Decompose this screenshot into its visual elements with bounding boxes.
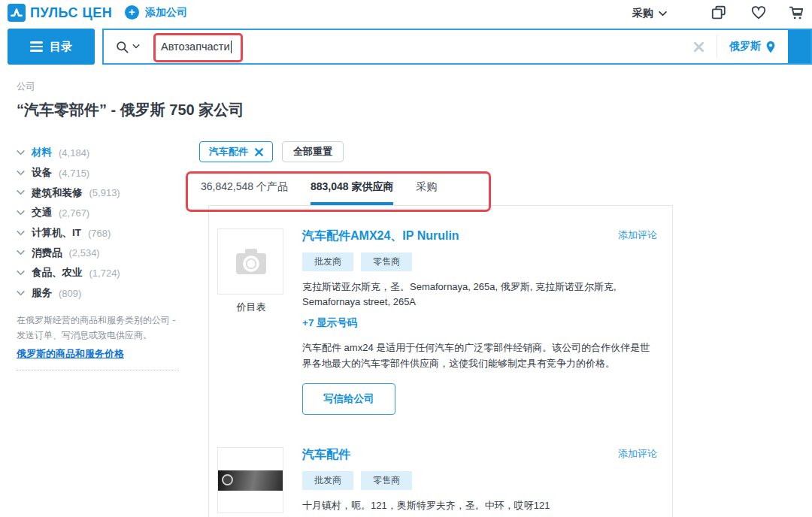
sidebar-item-equipment[interactable]: 设备 (4,715) <box>17 163 183 183</box>
text-caret <box>231 41 232 53</box>
company-info: 汽车配件 添加评论 批发商 零售商 十月镇村，呃。121，奥斯特罗夫齐，圣。中环… <box>302 447 657 517</box>
plus-icon: + <box>125 5 139 20</box>
sidebar-item-construction[interactable]: 建筑和装修 (5,913) <box>17 183 183 203</box>
category-sidebar: 材料 (4,184) 设备 (4,715) 建筑和装修 (5,913) 交通 (… <box>17 143 183 304</box>
tab-products[interactable]: 36,842,548 个产品 <box>201 180 288 205</box>
divider <box>17 370 179 370</box>
purchases-menu[interactable]: 采购 <box>632 7 667 20</box>
chevron-down-icon <box>17 171 25 176</box>
clear-search-icon[interactable] <box>681 30 717 63</box>
company-description: 汽车配件 amx24 是适用于任何汽车的广泛零部件经销商。该公司的合作伙伴是世界… <box>302 340 657 372</box>
compare-icon[interactable] <box>710 5 727 21</box>
company-address: 十月镇村，呃。121，奥斯特罗夫齐，圣。中环，哎呀121 <box>302 498 656 513</box>
catalog-button[interactable]: 目录 <box>8 29 95 65</box>
tab-purchases[interactable]: 采购 <box>416 180 437 205</box>
company-logo-image <box>218 470 283 491</box>
chevron-down-icon <box>17 291 25 296</box>
search-input[interactable]: Автозапчасти <box>150 30 681 63</box>
hamburger-icon <box>30 41 43 52</box>
result-tabs: 36,842,548 个产品 883,048 家供应商 采购 <box>201 180 437 205</box>
company-logo[interactable] <box>217 447 283 513</box>
chevron-down-icon <box>17 210 25 216</box>
top-bar: ПУЛЬС ЦЕН + 添加公司 采购 <box>0 0 812 27</box>
sidebar-item-consumer-goods[interactable]: 消费品 (2,534) <box>17 243 183 263</box>
sidebar-item-food-agriculture[interactable]: 食品、农业 (1,724) <box>17 263 183 283</box>
camera-icon <box>235 247 268 276</box>
tab-suppliers[interactable]: 883,048 家供应商 <box>311 180 394 205</box>
company-badges: 批发商 零售商 <box>302 252 657 271</box>
pulse-logo-icon <box>8 4 26 22</box>
search-bar: Автозапчасти 俄罗斯 <box>102 29 812 65</box>
company-card: 价目表 汽车配件 添加评论 批发商 零售商 十月镇村，呃。121，奥斯特罗夫齐，… <box>209 425 672 517</box>
sidebar-item-transport[interactable]: 交通 (2,767) <box>17 203 183 223</box>
write-to-company-button[interactable]: 写信给公司 <box>302 383 395 415</box>
search-submit-button[interactable] <box>788 30 810 63</box>
chevron-down-icon <box>132 44 140 49</box>
badge-retailer: 零售商 <box>361 471 412 490</box>
company-media: 价目表 <box>217 228 285 415</box>
company-media: 价目表 <box>217 447 285 517</box>
chevron-down-icon <box>659 11 667 17</box>
badge-wholesaler: 批发商 <box>302 471 353 490</box>
logo-text: ПУЛЬС ЦЕН <box>30 5 112 21</box>
sidebar-item-services[interactable]: 服务 (809) <box>17 283 183 304</box>
breadcrumb[interactable]: 公司 <box>17 80 35 93</box>
favorites-heart-icon[interactable] <box>750 5 767 21</box>
remove-filter-icon[interactable] <box>255 148 263 156</box>
chevron-down-icon <box>17 190 25 195</box>
badge-wholesaler: 批发商 <box>302 252 353 271</box>
badge-retailer: 零售商 <box>361 252 412 271</box>
location-pin-icon <box>765 41 776 53</box>
search-type-dropdown[interactable] <box>104 30 150 63</box>
sidebar-note: 在俄罗斯经营的商品和服务类别的公司 - 发送订单、写消息或致电供应商。 <box>17 313 179 343</box>
chevron-down-icon <box>17 231 25 236</box>
search-icon <box>115 40 129 54</box>
sidebar-prices-link[interactable]: 俄罗斯的商品和服务价格 <box>17 347 124 361</box>
add-review-link[interactable]: 添加评论 <box>618 228 657 242</box>
company-name-link[interactable]: 汽车配件AMX24、IP Nurulin <box>302 228 459 244</box>
company-badges: 批发商 零售商 <box>302 471 657 490</box>
show-phone-link[interactable]: +7 显示号码 <box>302 316 657 330</box>
results-panel: 价目表 汽车配件AMX24、IP Nurulin 添加评论 批发商 零售商 克拉… <box>208 205 673 517</box>
wheel-logo-icon <box>222 474 233 485</box>
sidebar-item-computers-it[interactable]: 计算机、IT (768) <box>17 223 183 243</box>
add-company-button[interactable]: + 添加公司 <box>125 5 187 20</box>
add-review-link[interactable]: 添加评论 <box>618 447 657 461</box>
chevron-down-icon <box>17 250 25 255</box>
company-address: 克拉斯诺亚尔斯克，圣。Semafornaya, 265a, 俄罗斯, 克拉斯诺亚… <box>302 280 656 309</box>
filter-chip-auto-parts[interactable]: 汽车配件 <box>199 141 273 162</box>
company-info: 汽车配件AMX24、IP Nurulin 添加评论 批发商 零售商 克拉斯诺亚尔… <box>302 228 657 415</box>
add-company-label: 添加公司 <box>145 6 187 20</box>
logo[interactable]: ПУЛЬС ЦЕН <box>8 4 112 22</box>
cart-icon[interactable] <box>788 5 804 21</box>
chevron-down-icon <box>17 150 25 156</box>
sidebar-item-materials[interactable]: 材料 (4,184) <box>17 143 183 163</box>
active-filters: 汽车配件 全部重置 <box>199 141 344 162</box>
page-title: “汽车零部件” - 俄罗斯 750 家公司 <box>17 100 244 120</box>
company-card: 价目表 汽车配件AMX24、IP Nurulin 添加评论 批发商 零售商 克拉… <box>209 206 672 415</box>
company-name-link[interactable]: 汽车配件 <box>302 447 350 463</box>
reset-all-button[interactable]: 全部重置 <box>282 141 344 162</box>
chevron-down-icon <box>17 271 25 276</box>
company-photo-placeholder[interactable] <box>217 228 283 295</box>
region-selector[interactable]: 俄罗斯 <box>717 30 788 63</box>
page: ПУЛЬС ЦЕН + 添加公司 采购 目录 <box>0 0 812 517</box>
price-list-link[interactable]: 价目表 <box>217 301 285 314</box>
